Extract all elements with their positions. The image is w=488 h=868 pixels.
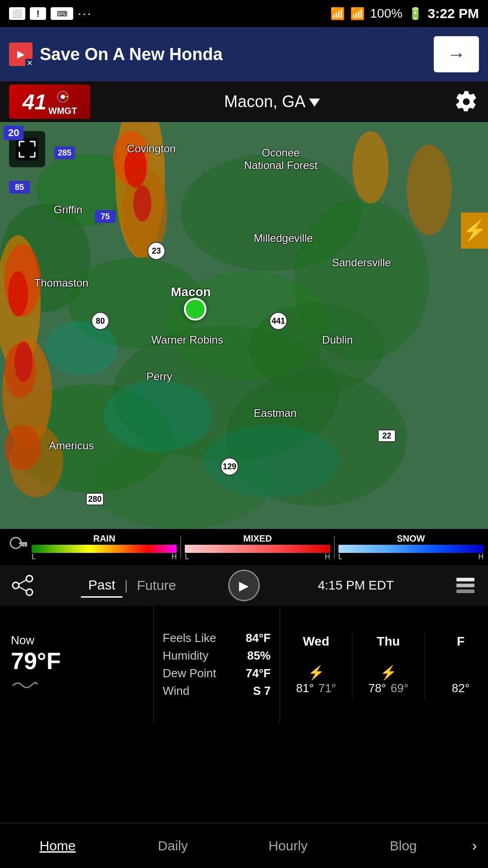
station-logo-right: WMGT	[48, 88, 77, 116]
fri-high: 82°	[452, 681, 469, 695]
rain-low: L	[32, 553, 36, 561]
humidity-value: 85%	[247, 649, 271, 663]
svg-point-27	[249, 303, 384, 393]
play-button[interactable]: ▶	[228, 570, 260, 601]
signal-icon: 📶	[350, 7, 365, 21]
svg-point-23	[8, 271, 28, 316]
dew-point-label: Dew Point	[163, 666, 216, 680]
forecast-wed: Wed ☁ ⚡ 81° 71°	[280, 630, 352, 700]
svg-rect-35	[22, 544, 24, 547]
svg-rect-41	[456, 578, 474, 581]
layers-icon	[454, 574, 477, 597]
nav-home[interactable]: Home	[0, 838, 115, 854]
forecast-thu-temps: 78° 69°	[368, 681, 408, 695]
bottom-navigation: Home Daily Hourly Blog ›	[0, 823, 488, 868]
nav-daily[interactable]: Daily	[115, 838, 230, 854]
svg-rect-43	[456, 590, 474, 593]
snow-lh: L H	[338, 553, 483, 561]
rain-lh: L H	[32, 553, 177, 561]
svg-point-36	[26, 576, 33, 582]
feels-like-row: Feels Like 84°F	[163, 631, 271, 645]
playback-controls: Past | Future ▶ 4:15 PM EDT	[0, 565, 488, 606]
svg-line-39	[19, 580, 26, 584]
ad-arrow-button[interactable]: →	[434, 36, 479, 72]
status-right-info: 📶 📶 100% 🔋 3:22 PM	[330, 6, 479, 21]
snow-label: SNOW	[397, 533, 425, 544]
nav-more-arrow[interactable]: ›	[461, 837, 488, 854]
svg-point-28	[45, 321, 117, 375]
mixed-label: MIXED	[243, 533, 272, 544]
legend-key-icon	[5, 533, 32, 561]
ad-play-icon: ✕	[9, 42, 33, 66]
nav-hourly[interactable]: Hourly	[230, 838, 346, 854]
feels-like-label: Feels Like	[163, 631, 216, 645]
user-location-dot	[184, 298, 206, 321]
svg-point-21	[124, 147, 147, 188]
wind-value: S 7	[253, 684, 271, 698]
wind-row: Wind S 7	[163, 684, 271, 698]
station-number: 41	[23, 90, 47, 114]
radar-map[interactable]: 20 ⚡ 285 85 75 23 80 441 129 22 280 Ocon…	[0, 122, 488, 529]
play-icon: ▶	[239, 578, 249, 593]
location-selector[interactable]: Macon, GA	[224, 92, 320, 111]
nav-blog[interactable]: Blog	[346, 838, 461, 854]
road-us129: 129	[221, 458, 239, 476]
current-temperature: 79°F	[11, 647, 142, 675]
settings-button[interactable]	[454, 89, 479, 114]
forecast-fri-temps: 82°	[452, 681, 469, 695]
road-i75: 75	[95, 210, 116, 223]
svg-point-37	[26, 589, 33, 595]
road-i285: 285	[54, 146, 75, 159]
forecast-fri: F 🌧 82°	[425, 630, 488, 700]
legend-divider-2	[334, 536, 335, 558]
svg-rect-34	[24, 544, 27, 547]
share-button[interactable]	[9, 572, 36, 599]
wifi-icon: 📶	[330, 7, 345, 21]
location-dropdown-arrow	[309, 99, 320, 107]
keyboard-icon: ⌨	[51, 7, 73, 20]
svg-rect-42	[456, 584, 474, 587]
svg-rect-33	[19, 542, 27, 544]
dew-point-value: 74°F	[246, 666, 271, 680]
forecast-thu: Thu ☁ ⚡ 78° 69°	[352, 630, 425, 700]
status-left-icons: ⬜ ! ⌨ ···	[9, 6, 92, 21]
svg-point-1	[61, 94, 65, 99]
battery-display: 100%	[370, 6, 403, 21]
wind-label: Wind	[163, 684, 189, 698]
forecast-fri-icon: 🌧	[449, 651, 473, 679]
past-button[interactable]: Past	[81, 574, 122, 598]
highway-20-badge: 20	[4, 126, 23, 140]
wind-swirl-icon	[11, 679, 38, 692]
legend-divider-1	[180, 536, 181, 558]
humidity-row: Humidity 85%	[163, 649, 271, 663]
forecast-wed-lightning: ⚡	[308, 665, 324, 680]
thu-low: 69°	[391, 681, 408, 695]
lightning-alert[interactable]: ⚡	[461, 212, 488, 249]
road-sr22: 22	[378, 429, 396, 442]
ad-banner[interactable]: ✕ Save On A New Honda →	[0, 27, 488, 81]
humidity-label: Humidity	[163, 649, 208, 663]
map-background: 20 ⚡ 285 85 75 23 80 441 129 22 280 Ocon…	[0, 122, 488, 529]
svg-point-19	[352, 131, 389, 203]
road-us441: 441	[269, 312, 287, 330]
future-button[interactable]: Future	[130, 574, 183, 597]
svg-point-38	[13, 582, 19, 589]
station-logo: 41 WMGT	[9, 85, 90, 119]
layers-button[interactable]	[452, 572, 479, 599]
wind-indicator-icon	[11, 677, 142, 696]
alert-icon: !	[30, 7, 46, 20]
weather-panel: Now 79°F Feels Like 84°F Humidity 85% De…	[0, 606, 488, 723]
forecast-wed-icon: ☁ ⚡	[305, 651, 328, 679]
road-sr280: 280	[86, 493, 104, 505]
ad-text: Save On A New Honda	[40, 45, 223, 64]
rain-label: RAIN	[93, 533, 115, 544]
feels-like-value: 84°F	[246, 631, 271, 645]
gear-icon	[455, 90, 478, 113]
rain-high: H	[172, 553, 177, 561]
svg-point-18	[5, 425, 41, 470]
timeline-toggle: Past | Future	[45, 574, 219, 598]
radar-legend: RAIN L H MIXED L H SNOW L H	[0, 529, 488, 565]
rain-gradient	[32, 545, 177, 553]
status-bar: ⬜ ! ⌨ ··· 📶 📶 100% 🔋 3:22 PM	[0, 0, 488, 27]
weather-details: Feels Like 84°F Humidity 85% Dew Point 7…	[154, 606, 280, 723]
